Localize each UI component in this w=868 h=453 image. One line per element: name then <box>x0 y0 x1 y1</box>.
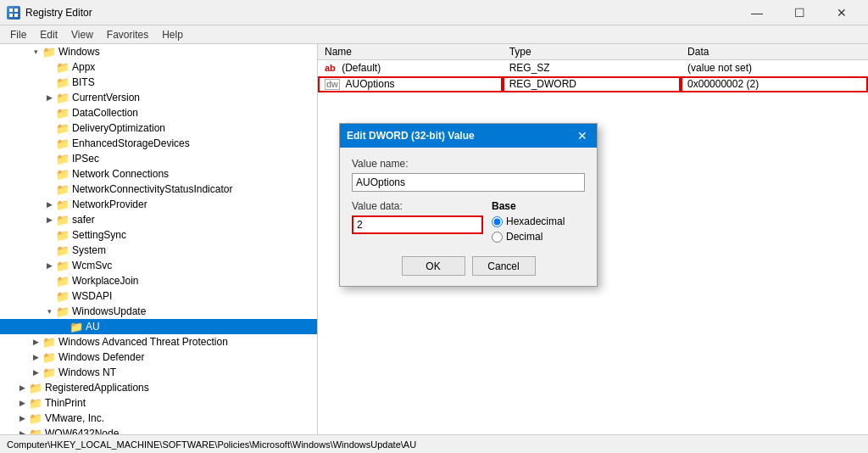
expand-registeredapps[interactable]: ▶ <box>15 381 29 394</box>
tree-item-au[interactable]: 📁 AU <box>0 319 317 334</box>
tree-item-vmware[interactable]: ▶ 📁 VMware, Inc. <box>0 411 317 426</box>
tree-item-registeredapps[interactable]: ▶ 📁 RegisteredApplications <box>0 380 317 395</box>
cancel-button[interactable]: Cancel <box>472 256 536 276</box>
tree-label-deliveryoptimization: DeliveryOptimization <box>72 122 165 134</box>
expand-networkprovider[interactable]: ▶ <box>42 198 56 211</box>
dialog-body: Value name: Value data: Base Hexadecimal… <box>340 148 597 286</box>
tree-label-windows: Windows <box>58 46 100 58</box>
tree-item-ipsec[interactable]: 📁 IPSec <box>0 151 317 166</box>
tree-label-networkconnections: Network Connections <box>72 168 169 180</box>
col-name: Name <box>318 44 503 60</box>
expand-windows[interactable]: ▾ <box>29 45 42 59</box>
tree-item-networkconnectivity[interactable]: 📁 NetworkConnectivityStatusIndicator <box>0 182 317 197</box>
tree-item-system[interactable]: 📁 System <box>0 243 317 258</box>
expand-windowsthreat[interactable]: ▶ <box>29 335 42 349</box>
tree-label-networkconnectivity: NetworkConnectivityStatusIndicator <box>72 183 232 195</box>
svg-rect-1 <box>14 8 18 12</box>
folder-icon-currentversion: 📁 <box>56 92 70 103</box>
dialog-titlebar: Edit DWORD (32-bit) Value ✕ <box>340 124 597 148</box>
tree-item-appx[interactable]: ▶ 📁 Appx <box>0 59 317 75</box>
expand-wow6432node[interactable]: ▶ <box>15 427 29 434</box>
menu-favorites[interactable]: Favorites <box>100 27 155 42</box>
tree-item-bits[interactable]: ▶ 📁 BITS <box>0 75 317 90</box>
tree-item-windows[interactable]: ▾ 📁 Windows <box>0 44 317 59</box>
decimal-label: Decimal <box>506 231 542 243</box>
tree-item-wcmsvc[interactable]: ▶ 📁 WcmSvc <box>0 258 317 273</box>
tree-item-networkprovider[interactable]: ▶ 📁 NetworkProvider <box>0 197 317 212</box>
tree-item-windowsthreat[interactable]: ▶ 📁 Windows Advanced Threat Protection <box>0 334 317 350</box>
tree-item-safer[interactable]: ▶ 📁 safer <box>0 212 317 227</box>
tree-item-currentversion[interactable]: ▶ 📁 CurrentVersion <box>0 90 317 105</box>
ok-button[interactable]: OK <box>402 256 465 276</box>
menu-file[interactable]: File <box>3 27 33 42</box>
expand-windowsupdate[interactable]: ▾ <box>42 305 56 318</box>
tree-label-windowsnt: Windows NT <box>58 366 116 378</box>
value-data-input[interactable] <box>352 215 483 234</box>
folder-icon-wow6432node: 📁 <box>29 428 42 434</box>
folder-icon-au: 📁 <box>70 321 83 333</box>
value-name-input[interactable] <box>352 173 585 192</box>
expand-wcmsvc[interactable]: ▶ <box>42 259 56 272</box>
maximize-button[interactable]: ☐ <box>780 0 819 25</box>
tree-item-settingsync[interactable]: 📁 SettingSync <box>0 227 317 243</box>
tree-item-datacollection[interactable]: 📁 DataCollection <box>0 105 317 120</box>
expand-safer[interactable]: ▶ <box>42 213 56 226</box>
tree-item-wow6432node[interactable]: ▶ 📁 WOW6432Node <box>0 426 317 434</box>
tree-item-workplacejoin[interactable]: 📁 WorkplaceJoin <box>0 273 317 288</box>
menu-help[interactable]: Help <box>155 27 190 42</box>
dialog-data-row: Value data: Base Hexadecimal Decimal <box>352 200 585 246</box>
tree-label-networkprovider: NetworkProvider <box>72 199 147 210</box>
folder-icon-wcmsvc: 📁 <box>56 260 70 271</box>
expand-vmware[interactable]: ▶ <box>15 411 29 425</box>
folder-icon-networkconnectivity: 📁 <box>56 183 70 195</box>
folder-icon-enhancedstoragedevices: 📁 <box>56 137 70 149</box>
folder-icon-system: 📁 <box>56 244 70 256</box>
folder-icon-windows: 📁 <box>42 46 56 58</box>
tree-item-windowsnt[interactable]: ▶ 📁 Windows NT <box>0 365 317 380</box>
value-type-auoptions: REG_DWORD <box>503 76 681 92</box>
tree-label-appx: Appx <box>72 61 95 73</box>
dialog-close-button[interactable]: ✕ <box>575 128 590 143</box>
tree-label-wow6432node: WOW6432Node <box>45 428 119 434</box>
decimal-option[interactable]: Decimal <box>492 231 585 243</box>
hexadecimal-radio[interactable] <box>492 216 503 227</box>
tree-item-enhancedstoragedevices[interactable]: 📁 EnhancedStorageDevices <box>0 136 317 151</box>
expand-windowsdefender[interactable]: ▶ <box>29 350 42 364</box>
minimize-button[interactable]: — <box>737 0 776 25</box>
tree-item-windowsupdate[interactable]: ▾ 📁 WindowsUpdate <box>0 304 317 319</box>
folder-icon-workplacejoin: 📁 <box>56 275 70 287</box>
expand-thinprint[interactable]: ▶ <box>15 396 29 410</box>
folder-icon-ipsec: 📁 <box>56 153 70 165</box>
tree-label-windowsdefender: Windows Defender <box>58 351 144 363</box>
edit-dword-dialog: Edit DWORD (32-bit) Value ✕ Value name: … <box>339 123 598 287</box>
tree-label-wsdapi: WSDAPI <box>72 290 112 302</box>
expand-currentversion[interactable]: ▶ <box>42 91 56 104</box>
app-icon <box>7 6 20 20</box>
hexadecimal-option[interactable]: Hexadecimal <box>492 215 585 227</box>
tree-label-au: AU <box>86 321 100 333</box>
folder-icon-vmware: 📁 <box>29 412 42 424</box>
menu-edit[interactable]: Edit <box>33 27 64 42</box>
folder-icon-windowsthreat: 📁 <box>42 336 56 348</box>
menu-view[interactable]: View <box>64 27 100 42</box>
value-data-default: (value not set) <box>681 60 868 76</box>
tree-item-deliveryoptimization[interactable]: 📁 DeliveryOptimization <box>0 120 317 136</box>
table-row[interactable]: ab (Default) REG_SZ (value not set) <box>318 60 868 76</box>
tree-item-wsdapi[interactable]: 📁 WSDAPI <box>0 288 317 304</box>
tree-item-networkconnections[interactable]: 📁 Network Connections <box>0 166 317 182</box>
close-button[interactable]: ✕ <box>822 0 861 25</box>
window-title: Registry Editor <box>25 7 92 19</box>
folder-icon-thinprint: 📁 <box>29 397 42 409</box>
table-row-auoptions[interactable]: dw AUOptions REG_DWORD 0x00000002 (2) <box>318 76 868 92</box>
tree-item-windowsdefender[interactable]: ▶ 📁 Windows Defender <box>0 350 317 365</box>
tree-label-windowsupdate: WindowsUpdate <box>72 305 146 317</box>
tree-panel[interactable]: ▾ 📁 Windows ▶ 📁 Appx ▶ 📁 BITS ▶ 📁 Curren… <box>0 44 318 434</box>
value-name-label: (Default) <box>342 62 381 74</box>
tree-label-safer: safer <box>72 214 95 226</box>
decimal-radio[interactable] <box>492 232 503 243</box>
folder-icon-bits: 📁 <box>56 76 70 88</box>
status-bar: Computer\HKEY_LOCAL_MACHINE\SOFTWARE\Pol… <box>0 434 868 453</box>
tree-item-thinprint[interactable]: ▶ 📁 ThinPrint <box>0 395 317 411</box>
expand-windowsnt[interactable]: ▶ <box>29 366 42 379</box>
tree-label-currentversion: CurrentVersion <box>72 92 140 103</box>
